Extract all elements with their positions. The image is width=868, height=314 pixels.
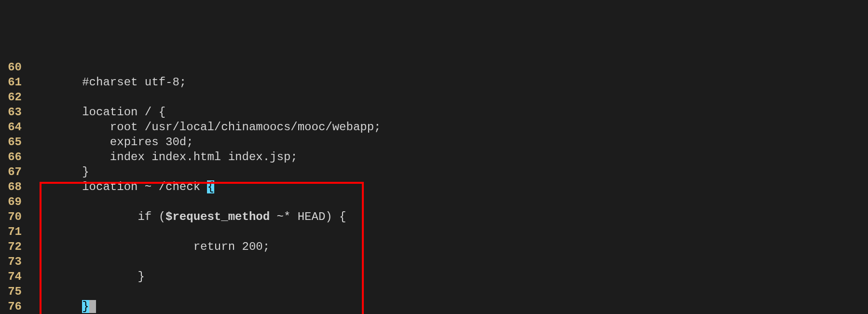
code-line[interactable] <box>27 90 868 105</box>
line-number: 68 <box>0 179 22 194</box>
code-token: } <box>138 270 144 283</box>
code-token: #charset utf-8; <box>82 76 186 89</box>
code-line[interactable] <box>27 254 868 269</box>
line-number: 71 <box>0 224 22 239</box>
code-token: root /usr/local/chinamoocs/mooc/webapp; <box>110 121 381 134</box>
line-number: 65 <box>0 135 22 150</box>
code-token: } <box>82 300 89 313</box>
code-token: ~* HEAD) { <box>270 210 346 223</box>
line-number: 75 <box>0 284 22 299</box>
code-line[interactable] <box>27 284 868 299</box>
code-token <box>89 300 96 313</box>
code-line[interactable] <box>27 224 868 239</box>
code-token <box>27 165 82 178</box>
code-content[interactable]: #charset utf-8; location / { root /usr/l… <box>27 60 868 314</box>
code-token <box>27 150 110 164</box>
line-number: 64 <box>0 120 22 135</box>
line-number: 60 <box>0 60 22 75</box>
code-line[interactable]: } <box>27 299 868 314</box>
line-number: 76 <box>0 299 22 314</box>
code-token <box>27 240 193 253</box>
code-token <box>27 300 82 313</box>
code-line[interactable]: } <box>27 164 868 179</box>
code-token: { <box>207 180 214 193</box>
code-token: expires 30d; <box>110 136 193 149</box>
code-token: return 200; <box>193 240 270 253</box>
code-line[interactable]: location / { <box>27 105 868 120</box>
line-number: 70 <box>0 209 22 224</box>
code-token <box>27 121 110 134</box>
code-token: } <box>82 165 89 178</box>
code-line[interactable]: } <box>27 269 868 284</box>
code-token <box>27 76 82 89</box>
line-number: 72 <box>0 239 22 254</box>
code-token: location / { <box>82 106 165 119</box>
line-number: 69 <box>0 194 22 209</box>
code-line[interactable]: #charset utf-8; <box>27 75 868 90</box>
line-number: 67 <box>0 164 22 179</box>
code-token: index index.html index.jsp; <box>110 150 298 164</box>
code-editor[interactable]: 6061626364656667686970717273747576777879… <box>0 60 868 314</box>
code-line[interactable]: return 200; <box>27 239 868 254</box>
code-line[interactable]: if ($request_method ~* HEAD) { <box>27 209 868 224</box>
code-token <box>27 136 110 149</box>
line-number: 73 <box>0 254 22 269</box>
code-token: location ~ /check <box>82 180 207 193</box>
code-token <box>27 210 138 223</box>
code-line[interactable]: location ~ /check { <box>27 179 868 194</box>
line-number: 63 <box>0 105 22 120</box>
line-number: 66 <box>0 150 22 164</box>
code-line[interactable]: root /usr/local/chinamoocs/mooc/webapp; <box>27 120 868 135</box>
line-number: 61 <box>0 75 22 90</box>
code-token: if ( <box>138 210 165 223</box>
line-number: 62 <box>0 90 22 105</box>
code-token <box>27 180 82 193</box>
code-line[interactable]: expires 30d; <box>27 135 868 150</box>
code-token <box>27 106 82 119</box>
code-line[interactable]: index index.html index.jsp; <box>27 150 868 164</box>
line-number-gutter: 6061626364656667686970717273747576777879… <box>0 60 27 314</box>
code-line[interactable] <box>27 194 868 209</box>
line-number: 74 <box>0 269 22 284</box>
code-token <box>27 270 138 283</box>
code-line[interactable] <box>27 60 868 75</box>
code-token: $request_method <box>165 210 270 223</box>
